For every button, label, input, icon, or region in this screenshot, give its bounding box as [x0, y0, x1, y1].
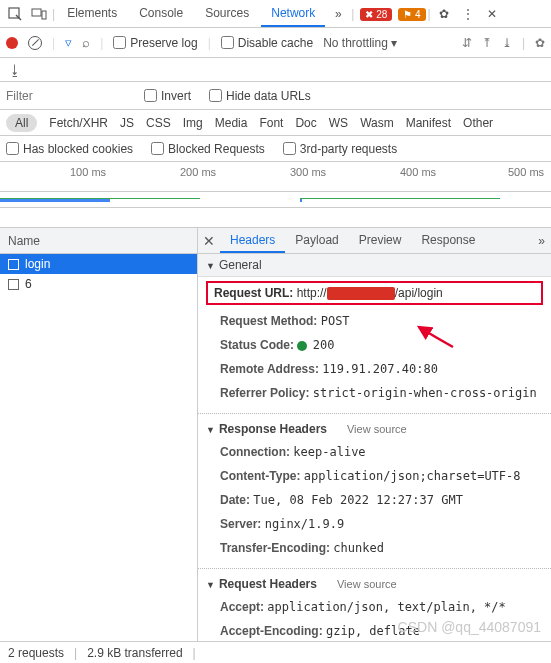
tab-console[interactable]: Console	[129, 0, 193, 27]
type-font[interactable]: Font	[259, 116, 283, 130]
settings-icon[interactable]: ✿	[433, 3, 455, 25]
type-manifest[interactable]: Manifest	[406, 116, 451, 130]
network-toolbar: | ▿ ⌕ | Preserve log | Disable cache No …	[0, 28, 551, 58]
type-img[interactable]: Img	[183, 116, 203, 130]
third-party-checkbox[interactable]: 3rd-party requests	[283, 142, 397, 156]
type-media[interactable]: Media	[215, 116, 248, 130]
close-details-icon[interactable]: ✕	[198, 233, 220, 249]
arrow-annotation	[415, 325, 455, 358]
watermark: CSDN @qq_44087091	[398, 619, 541, 635]
status-code-row: Status Code: 200	[198, 333, 551, 357]
download-icon[interactable]: ⤓	[502, 36, 512, 50]
resp-server: Server: nginx/1.9.9	[198, 512, 551, 536]
more-tabs-icon[interactable]: »	[538, 234, 545, 248]
hide-urls-checkbox[interactable]: Hide data URLs	[209, 89, 311, 103]
filter-icon[interactable]: ▿	[65, 35, 72, 50]
warning-badge[interactable]: ⚑ 4	[394, 7, 425, 21]
request-url-row: Request URL: http:///api/login	[206, 281, 543, 305]
inspect-icon[interactable]	[4, 3, 26, 25]
name-column-header[interactable]: Name	[0, 228, 197, 254]
resp-date: Date: Tue, 08 Feb 2022 12:27:37 GMT	[198, 488, 551, 512]
tab-headers[interactable]: Headers	[220, 228, 285, 253]
view-source-link[interactable]: View source	[337, 578, 397, 590]
tab-response[interactable]: Response	[411, 228, 485, 253]
response-headers-section[interactable]: ▼Response HeadersView source	[198, 414, 551, 440]
throttling-select[interactable]: No throttling ▾	[323, 36, 397, 50]
kebab-icon[interactable]: ⋮	[457, 3, 479, 25]
resp-transfer: Transfer-Encoding: chunked	[198, 536, 551, 560]
timeline[interactable]: 100 ms 200 ms 300 ms 400 ms 500 ms	[0, 162, 551, 192]
type-wasm[interactable]: Wasm	[360, 116, 394, 130]
svg-rect-1	[32, 9, 41, 16]
close-icon[interactable]: ✕	[481, 3, 503, 25]
tab-network[interactable]: Network	[261, 0, 325, 27]
tab-payload[interactable]: Payload	[285, 228, 348, 253]
type-doc[interactable]: Doc	[295, 116, 316, 130]
type-fetch[interactable]: Fetch/XHR	[49, 116, 108, 130]
search-icon[interactable]: ⌕	[82, 35, 90, 50]
general-section[interactable]: ▼General	[198, 254, 551, 277]
remote-address-row: Remote Address: 119.91.207.40:80	[198, 357, 551, 381]
download-arrow-icon[interactable]: ⭳	[8, 62, 22, 78]
request-row-login[interactable]: login	[0, 254, 197, 274]
record-icon[interactable]	[6, 37, 18, 49]
block-row: Has blocked cookies Blocked Requests 3rd…	[0, 136, 551, 162]
blocked-cookies-checkbox[interactable]: Has blocked cookies	[6, 142, 133, 156]
svg-rect-2	[42, 11, 46, 19]
resp-connection: Connection: keep-alive	[198, 440, 551, 464]
type-other[interactable]: Other	[463, 116, 493, 130]
blocked-requests-checkbox[interactable]: Blocked Requests	[151, 142, 265, 156]
invert-checkbox[interactable]: Invert	[144, 89, 191, 103]
type-filter-row: All Fetch/XHR JS CSS Img Media Font Doc …	[0, 110, 551, 136]
preserve-log-checkbox[interactable]: Preserve log	[113, 36, 197, 50]
tab-preview[interactable]: Preview	[349, 228, 412, 253]
referrer-policy-row: Referrer Policy: strict-origin-when-cros…	[198, 381, 551, 405]
status-bar: 2 requests | 2.9 kB transferred |	[0, 641, 551, 663]
request-method-row: Request Method: POST	[198, 309, 551, 333]
error-badge[interactable]: ✖ 28	[356, 7, 392, 21]
devtools-tabs: | Elements Console Sources Network » | ✖…	[0, 0, 551, 28]
download-row: ⭳	[0, 58, 551, 82]
tab-elements[interactable]: Elements	[57, 0, 127, 27]
gear-icon[interactable]: ✿	[535, 36, 545, 50]
requests-count: 2 requests	[8, 646, 64, 660]
device-icon[interactable]	[28, 3, 50, 25]
transferred-size: 2.9 kB transferred	[87, 646, 182, 660]
redacted-host	[327, 287, 395, 300]
wifi-icon[interactable]: ⇵	[462, 36, 472, 50]
request-headers-section[interactable]: ▼Request HeadersView source	[198, 569, 551, 595]
request-list: Name login 6	[0, 228, 198, 646]
upload-icon[interactable]: ⤒	[482, 36, 492, 50]
type-ws[interactable]: WS	[329, 116, 348, 130]
request-row-6[interactable]: 6	[0, 274, 197, 294]
details-panel: ✕ Headers Payload Preview Response » ▼Ge…	[198, 228, 551, 646]
view-source-link[interactable]: View source	[347, 423, 407, 435]
type-all[interactable]: All	[6, 114, 37, 132]
waterfall-overview[interactable]	[0, 192, 551, 208]
type-css[interactable]: CSS	[146, 116, 171, 130]
type-js[interactable]: JS	[120, 116, 134, 130]
req-accept: Accept: application/json, text/plain, */…	[198, 595, 551, 619]
tab-sources[interactable]: Sources	[195, 0, 259, 27]
filter-bar: Invert Hide data URLs	[0, 82, 551, 110]
resp-content-type: Content-Type: application/json;charset=U…	[198, 464, 551, 488]
disable-cache-checkbox[interactable]: Disable cache	[221, 36, 313, 50]
clear-icon[interactable]	[28, 36, 42, 50]
more-tabs-icon[interactable]: »	[327, 3, 349, 25]
filter-input[interactable]	[6, 89, 126, 103]
